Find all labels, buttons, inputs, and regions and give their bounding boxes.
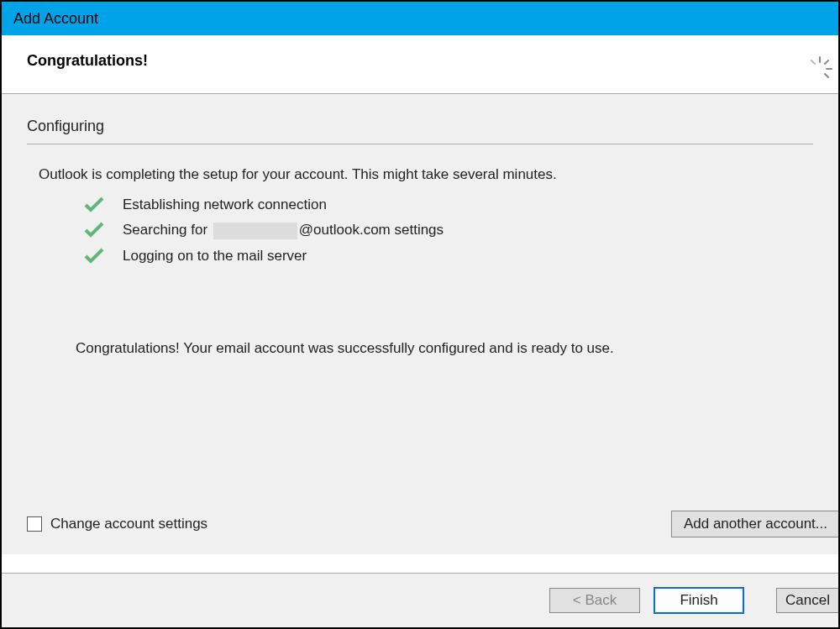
dialog-content: Configuring Outlook is completing the se… [2,94,838,554]
checkbox-box[interactable] [27,516,42,532]
back-button: < Back [549,588,640,613]
checkmark-icon [84,222,104,238]
setup-steps-list: Establishing network connection Searchin… [84,197,813,265]
mid-actions-row: Change account settings Add another acco… [27,511,838,537]
dialog-footer: < Back Finish Cancel [2,573,838,627]
change-account-settings-checkbox[interactable]: Change account settings [27,516,207,532]
step-label: Logging on to the mail server [123,248,307,265]
step-label: Establishing network connection [123,197,327,213]
svg-line-1 [825,60,828,64]
window-titlebar: Add Account [2,0,838,35]
page-heading: Congratulations! [27,52,813,70]
setup-step: Establishing network connection [84,197,813,213]
svg-line-3 [825,74,828,77]
status-text: Outlook is completing the setup for your… [39,166,813,183]
redacted-email-user [213,223,297,239]
step-label: Searching for @outlook.com settings [123,222,444,239]
svg-line-4 [811,60,815,64]
loading-spinner-icon [806,55,833,82]
finish-button[interactable]: Finish [654,587,744,614]
success-message: Congratulations! Your email account was … [76,340,813,357]
checkmark-icon [84,197,104,213]
section-title-configuring: Configuring [27,118,813,135]
cancel-button[interactable]: Cancel [776,588,838,613]
setup-step: Logging on to the mail server [84,248,813,265]
checkmark-icon [84,248,104,265]
add-another-account-button[interactable]: Add another account... [671,511,840,537]
section-divider [27,144,813,144]
checkbox-label: Change account settings [50,516,207,532]
setup-step: Searching for @outlook.com settings [84,222,813,239]
window-title: Add Account [13,10,98,28]
dialog-header: Congratulations! [2,35,838,94]
